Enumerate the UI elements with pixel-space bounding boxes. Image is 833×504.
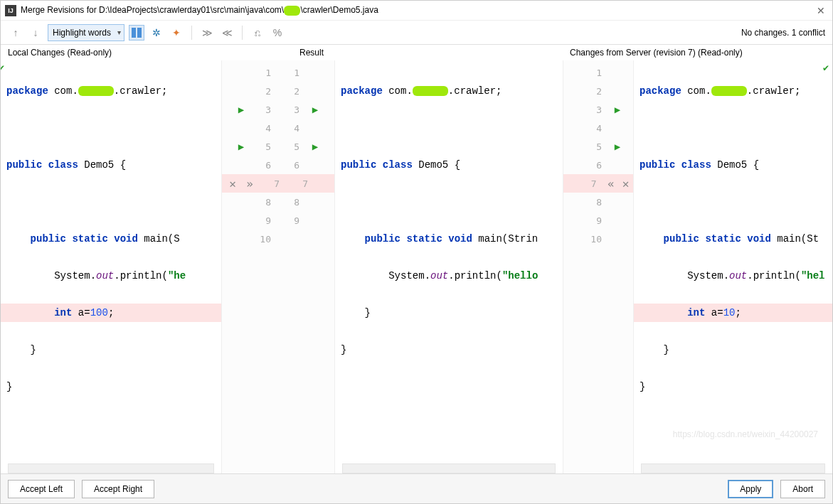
apply-button[interactable]: Apply	[728, 480, 773, 498]
separator	[242, 26, 243, 40]
left-gutter: 11 22 ▶33▶ 44 ▶55▶ 66 ✕»77 88 99 10	[221, 60, 335, 473]
close-icon[interactable]: ✕	[814, 5, 828, 16]
right-code: package com. .crawler; public class Demo…	[634, 60, 832, 433]
apply-nonconflict-right-icon[interactable]: ≪	[219, 25, 235, 41]
left-code: package com. .crawler; public class Demo…	[1, 60, 221, 433]
window-title: Merge Revisions for D:\IdeaProjects\craw…	[21, 5, 378, 16]
app-icon: IJ	[5, 5, 16, 16]
status-text: No changes. 1 conflict	[741, 28, 825, 38]
left-pane-label: Local Changes (Read-only)	[1, 48, 221, 58]
run-icon[interactable]: ▶	[609, 141, 626, 152]
apply-nonconflict-left-icon[interactable]: ≫	[199, 25, 215, 41]
magic-resolve-icon[interactable]: ✦	[169, 25, 184, 41]
side-by-side-icon[interactable]	[129, 25, 144, 41]
result-pane[interactable]: package com. .crawler; public class Demo…	[335, 60, 563, 473]
run-icon[interactable]: ▶	[609, 104, 626, 115]
abort-button[interactable]: Abort	[780, 480, 825, 498]
reject-icon[interactable]: ✕	[618, 177, 633, 191]
percent-icon[interactable]: %	[270, 25, 285, 41]
scrollbar[interactable]	[641, 463, 825, 473]
next-diff-button[interactable]: ↓	[28, 25, 43, 41]
redacted-text	[284, 6, 300, 16]
left-pane: ✔ package com. .crawler; public class De…	[1, 60, 221, 473]
run-icon[interactable]: ▶	[233, 104, 250, 115]
toolbar: ↑ ↓ Highlight words ✲ ✦ ≫ ≪ ⎌ % No chang…	[1, 21, 832, 45]
run-icon[interactable]: ▶	[307, 104, 324, 115]
footer: Accept Left Accept Right Apply Abort	[1, 473, 832, 503]
right-gutter: 1 2 3▶ 4 5▶ 6 7«✕ 8 9 10	[563, 60, 634, 473]
run-icon[interactable]: ▶	[307, 141, 324, 152]
svg-rect-1	[137, 28, 142, 38]
watermark: https://blog.csdn.net/weixin_44200027	[673, 429, 818, 439]
result-pane-label: Result	[292, 48, 335, 58]
accept-left-icon[interactable]: «	[604, 177, 619, 191]
titlebar: IJ Merge Revisions for D:\IdeaProjects\c…	[1, 1, 832, 21]
accept-left-button[interactable]: Accept Left	[8, 480, 75, 498]
accept-right-button[interactable]: Accept Right	[82, 480, 154, 498]
undo-icon[interactable]: ⎌	[250, 25, 265, 41]
right-pane-label: Changes from Server (revision 7) (Read-o…	[563, 48, 832, 58]
reject-icon[interactable]: ✕	[224, 177, 241, 191]
prev-diff-button[interactable]: ↑	[8, 25, 23, 41]
result-code[interactable]: package com. .crawler; public class Demo…	[335, 60, 563, 396]
scrollbar[interactable]	[342, 463, 556, 473]
accept-right-icon[interactable]: »	[241, 177, 258, 191]
diff-panes: ✔ package com. .crawler; public class De…	[1, 60, 832, 473]
scrollbar[interactable]	[8, 463, 214, 473]
settings-icon[interactable]: ✲	[149, 25, 164, 41]
svg-rect-0	[132, 28, 136, 38]
pane-labels: Local Changes (Read-only) Result Changes…	[1, 45, 832, 60]
separator	[191, 26, 192, 40]
right-pane: ✔ package com. .crawler; public class De…	[634, 60, 832, 473]
highlight-select[interactable]: Highlight words	[48, 24, 124, 41]
run-icon[interactable]: ▶	[233, 141, 250, 152]
